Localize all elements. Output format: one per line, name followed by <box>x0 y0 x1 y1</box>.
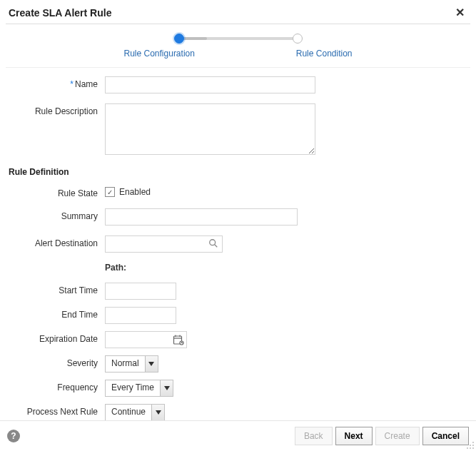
expiration-date-input[interactable] <box>105 331 187 348</box>
svg-point-15 <box>467 447 468 449</box>
severity-select[interactable]: Normal <box>105 355 158 373</box>
alert-destination-label: Alert Destination <box>9 235 105 248</box>
name-input[interactable] <box>105 76 315 93</box>
step-label-condition[interactable]: Rule Condition <box>296 49 353 59</box>
rule-definition-section-title: Rule Definition <box>9 167 467 177</box>
dialog-title: Create SLA Alert Rule <box>9 7 111 19</box>
path-label: Path: <box>105 263 126 273</box>
required-marker: * <box>70 79 74 89</box>
create-button: Create <box>375 427 420 445</box>
svg-marker-10 <box>164 386 170 390</box>
help-icon[interactable]: ? <box>7 430 20 442</box>
titlebar: Create SLA Alert Rule ✕ <box>0 0 476 24</box>
svg-point-13 <box>470 445 471 446</box>
frequency-select[interactable]: Every Time <box>105 380 173 397</box>
rule-description-label: Rule Description <box>9 103 105 116</box>
create-sla-alert-rule-dialog: Create SLA Alert Rule ✕ Rule Configurati… <box>0 0 476 451</box>
process-next-rule-select[interactable]: Continue <box>105 404 165 420</box>
svg-marker-9 <box>148 362 154 366</box>
step-dot-condition[interactable] <box>293 34 303 44</box>
chevron-down-icon <box>160 380 173 396</box>
svg-point-17 <box>472 447 474 449</box>
close-button[interactable]: ✕ <box>452 6 467 19</box>
back-button: Back <box>295 427 333 445</box>
summary-label: Summary <box>9 208 105 221</box>
process-next-rule-value: Continue <box>106 405 151 420</box>
svg-marker-11 <box>156 410 161 415</box>
rule-description-textarea[interactable] <box>105 103 315 155</box>
process-next-rule-label: Process Next Rule <box>9 404 105 417</box>
expiration-date-label: Expiration Date <box>9 331 105 344</box>
rule-state-label: Rule State <box>9 186 105 198</box>
step-dot-configuration[interactable] <box>174 34 184 44</box>
frequency-value: Every Time <box>106 380 160 396</box>
cancel-button[interactable]: Cancel <box>422 427 469 445</box>
start-time-label: Start Time <box>9 283 105 295</box>
end-time-label: End Time <box>9 307 105 320</box>
frequency-label: Frequency <box>9 380 105 392</box>
button-bar: Back Next Create Cancel <box>295 427 469 445</box>
svg-point-12 <box>472 442 474 443</box>
rule-state-checkbox[interactable]: ✓ <box>105 187 115 197</box>
severity-value: Normal <box>106 356 145 372</box>
svg-point-14 <box>472 445 474 446</box>
name-label: *Name <box>9 76 105 89</box>
chevron-down-icon <box>151 405 164 420</box>
divider <box>6 67 470 68</box>
summary-input[interactable] <box>105 208 298 226</box>
chevron-down-icon <box>145 356 158 372</box>
step-label-configuration[interactable]: Rule Configuration <box>124 49 195 59</box>
stepper-labels: Rule Configuration Rule Condition <box>124 49 353 59</box>
dialog-footer: ? Back Next Create Cancel <box>0 420 476 451</box>
end-time-input[interactable] <box>105 307 176 324</box>
start-time-input[interactable] <box>105 283 176 300</box>
rule-state-checkbox-label: Enabled <box>119 187 151 197</box>
severity-label: Severity <box>9 355 105 368</box>
alert-destination-input[interactable] <box>105 235 223 253</box>
next-button[interactable]: Next <box>335 427 373 445</box>
form-area: *Name Rule Description Rule Definition R… <box>0 76 476 420</box>
svg-point-16 <box>470 447 471 449</box>
resize-grip-icon[interactable] <box>466 441 475 450</box>
stepper-track <box>174 33 303 44</box>
wizard-stepper: Rule Configuration Rule Condition <box>0 24 476 64</box>
